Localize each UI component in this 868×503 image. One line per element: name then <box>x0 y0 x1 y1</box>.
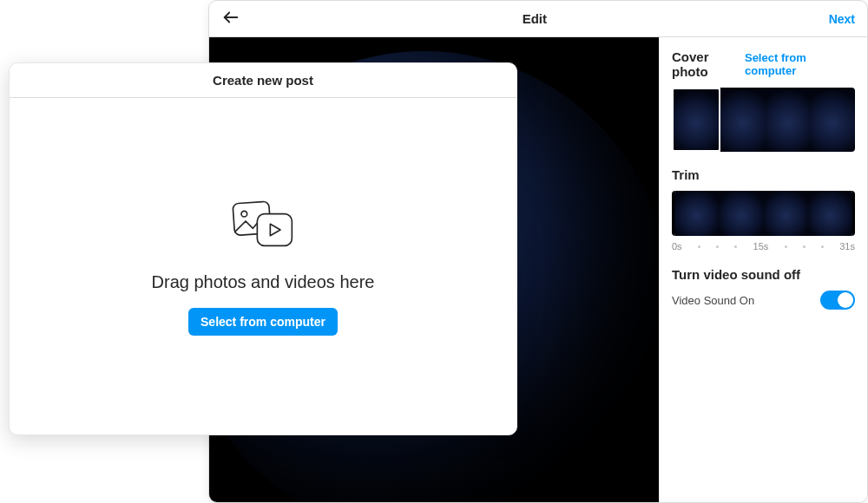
cover-frame[interactable] <box>766 88 811 152</box>
cover-select-link[interactable]: Select from computer <box>745 51 855 77</box>
cover-frame[interactable] <box>810 88 855 152</box>
edit-header: Edit Next <box>209 1 867 37</box>
trim-heading: Trim <box>672 167 700 182</box>
trim-frame <box>719 191 763 236</box>
trim-ticks: 0s 15s 31s <box>672 241 855 252</box>
select-from-computer-button[interactable]: Select from computer <box>188 308 338 336</box>
media-icon <box>228 198 298 257</box>
create-post-title: Create new post <box>10 63 516 98</box>
sound-row: Video Sound On <box>672 291 855 310</box>
edit-title: Edit <box>523 11 547 26</box>
cover-photo-row: Cover photo Select from computer <box>672 49 855 79</box>
trim-mid-label: 15s <box>753 241 769 252</box>
toggle-knob <box>838 292 853 308</box>
sound-heading: Turn video sound off <box>672 267 855 282</box>
trim-frame <box>674 191 719 236</box>
create-post-dropzone[interactable]: Drag photos and videos here Select from … <box>10 98 516 434</box>
create-post-modal: Create new post Drag photos and videos h… <box>9 62 517 435</box>
next-button[interactable]: Next <box>829 12 855 26</box>
trim-start-label: 0s <box>672 241 682 252</box>
drag-instruction-text: Drag photos and videos here <box>152 272 375 292</box>
edit-sidebar: Cover photo Select from computer Trim 0s <box>659 37 867 502</box>
trim-end-label: 31s <box>839 241 855 252</box>
cover-frame-selected[interactable] <box>672 88 720 152</box>
cover-photo-heading: Cover photo <box>672 49 745 79</box>
trim-frame <box>764 191 808 236</box>
trim-row: Trim <box>672 167 855 182</box>
cover-frame[interactable] <box>720 88 766 152</box>
sound-label: Video Sound On <box>672 294 754 307</box>
sound-toggle[interactable] <box>820 291 855 310</box>
svg-point-2 <box>241 211 247 217</box>
cover-filmstrip[interactable] <box>672 88 855 152</box>
trim-track[interactable] <box>672 191 855 236</box>
svg-rect-3 <box>257 213 292 245</box>
back-arrow-icon[interactable] <box>221 8 240 30</box>
trim-frame <box>808 191 852 236</box>
